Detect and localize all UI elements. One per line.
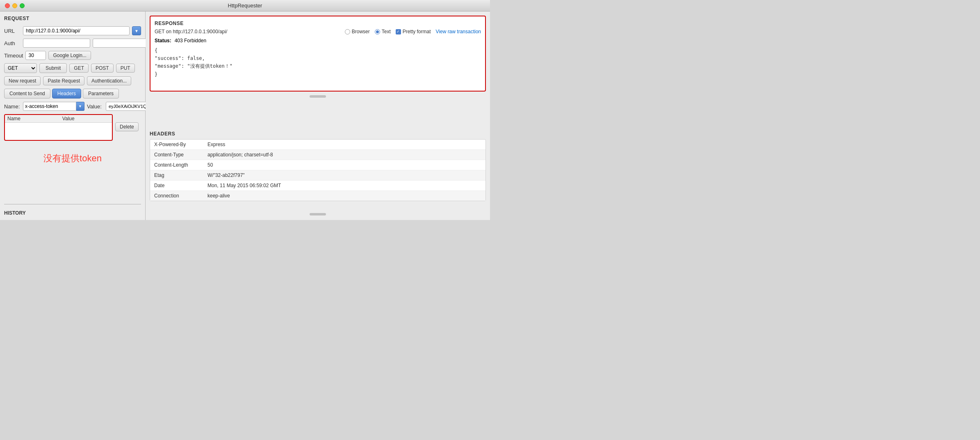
name-label: Name: — [4, 103, 21, 110]
response-headers-section: Headers X-Powered-ByExpressContent-Typea… — [150, 131, 486, 201]
json-line-1: { — [155, 47, 481, 55]
response-info-row: GET on http://127.0.0.1:9000/api/ Browse… — [155, 29, 481, 34]
submit-button[interactable]: Submit — [39, 63, 67, 73]
name-value-row: Name: ▼ Value: Add — [4, 102, 141, 111]
paste-request-button[interactable]: Paste Request — [43, 76, 84, 85]
timeout-row: Timeout Google Login... — [4, 51, 141, 60]
header-key: Date — [150, 181, 203, 190]
header-value: application/json; charset=utf-8 — [203, 150, 485, 160]
google-login-button[interactable]: Google Login... — [48, 51, 91, 60]
headers-table: Name Value — [5, 115, 112, 124]
traffic-lights — [5, 3, 25, 8]
response-box: Response GET on http://127.0.0.1:9000/ap… — [150, 16, 486, 92]
response-headers-title: Headers — [150, 131, 486, 137]
header-key: Etag — [150, 170, 203, 180]
radio-text-label[interactable]: Text — [375, 29, 391, 34]
method-select[interactable]: GET POST PUT DELETE — [4, 63, 37, 73]
header-value: Mon, 11 May 2015 06:59:02 GMT — [203, 181, 485, 190]
tabs-row: Content to Send Headers Parameters — [4, 89, 141, 99]
left-panel: Request URL ▼ Auth Timeout Google Login.… — [0, 11, 146, 220]
header-row: DateMon, 11 May 2015 06:59:02 GMT — [150, 181, 485, 191]
headers-col-value: Value — [60, 115, 112, 123]
actions-row: New request Paste Request Authentication… — [4, 76, 141, 85]
value-label: Value: — [87, 103, 103, 110]
method-row: GET POST PUT DELETE Submit GET POST PUT — [4, 63, 141, 73]
header-key: Content-Length — [150, 160, 203, 170]
header-key: X-Powered-By — [150, 140, 203, 149]
header-row: Content-Typeapplication/json; charset=ut… — [150, 150, 485, 160]
request-section-title: Request — [4, 16, 141, 21]
header-row: X-Powered-ByExpress — [150, 140, 485, 150]
status-label: Status: — [155, 38, 171, 44]
headers-table-section: Name Value Delete — [4, 114, 141, 141]
response-json: { "success": false, "message": "没有提供toke… — [155, 47, 481, 78]
header-row: EtagW/"32-ab22f797" — [150, 170, 485, 181]
header-key: Content-Type — [150, 150, 203, 160]
response-section-title: Response — [155, 21, 481, 26]
title-bar: HttpRequester — [0, 0, 490, 11]
json-line-4: } — [155, 71, 481, 78]
name-dropdown-button[interactable]: ▼ — [76, 102, 84, 111]
url-dropdown-button[interactable]: ▼ — [132, 26, 141, 35]
bottom-scrollbar-thumb — [310, 213, 326, 215]
quick-post-button[interactable]: POST — [91, 64, 114, 73]
history-title: History — [4, 209, 141, 216]
maximize-button[interactable] — [20, 3, 25, 8]
minimize-button[interactable] — [12, 3, 17, 8]
status-value: 403 Forbidden — [175, 38, 206, 44]
status-row: Status: 403 Forbidden — [155, 38, 481, 44]
checkbox-pretty-label[interactable]: ✓ Pretty format — [396, 29, 431, 34]
headers-table-container: Name Value — [4, 114, 113, 141]
url-row: URL ▼ — [4, 26, 141, 35]
auth-input-1[interactable] — [23, 39, 90, 48]
divider — [4, 204, 141, 204]
close-button[interactable] — [5, 3, 10, 8]
response-spacer — [150, 95, 486, 128]
response-headers-rows: X-Powered-ByExpressContent-Typeapplicati… — [150, 139, 486, 201]
response-controls: Browser Text ✓ Pretty format View raw tr… — [345, 29, 481, 34]
name-input[interactable] — [23, 102, 76, 111]
json-line-3: "message": "没有提供token！" — [155, 62, 481, 70]
json-line-2: "success": false, — [155, 55, 481, 62]
radio-browser[interactable] — [345, 29, 350, 34]
response-get-url: GET on http://127.0.0.1:9000/api/ — [155, 29, 227, 34]
response-scrollbar[interactable] — [150, 95, 486, 98]
url-label: URL — [4, 28, 21, 34]
headers-col-name: Name — [5, 115, 60, 123]
scrollbar-thumb — [310, 95, 326, 98]
checkbox-pretty[interactable]: ✓ — [396, 29, 401, 34]
authentication-button[interactable]: Authentication... — [87, 76, 131, 85]
quick-put-button[interactable]: PUT — [116, 64, 135, 73]
window-title: HttpRequester — [228, 2, 262, 9]
header-value: Express — [203, 140, 485, 149]
view-raw-link[interactable]: View raw transaction — [436, 29, 481, 34]
header-value: 50 — [203, 160, 485, 170]
tab-headers[interactable]: Headers — [52, 89, 81, 99]
delete-button[interactable]: Delete — [115, 122, 139, 131]
left-spacer — [4, 176, 141, 200]
table-row — [5, 123, 112, 125]
timeout-label: Timeout — [4, 53, 23, 59]
tab-content-to-send[interactable]: Content to Send — [4, 89, 50, 99]
header-value: keep-alive — [203, 191, 485, 201]
main-content: Request URL ▼ Auth Timeout Google Login.… — [0, 11, 490, 220]
header-value: W/"32-ab22f797" — [203, 170, 485, 180]
auth-label: Auth — [4, 40, 21, 46]
timeout-input[interactable] — [25, 51, 46, 60]
radio-browser-label[interactable]: Browser — [345, 29, 370, 34]
tab-parameters[interactable]: Parameters — [83, 89, 119, 99]
new-request-button[interactable]: New request — [4, 76, 41, 85]
name-select-container: ▼ — [23, 102, 84, 111]
error-message: 没有提供token — [4, 144, 141, 173]
right-panel: Response GET on http://127.0.0.1:9000/ap… — [146, 11, 490, 220]
auth-row: Auth — [4, 39, 141, 48]
header-row: Content-Length50 — [150, 160, 485, 170]
url-input[interactable] — [23, 26, 130, 35]
header-row: Connectionkeep-alive — [150, 191, 485, 201]
radio-text[interactable] — [375, 29, 380, 34]
bottom-scrollbar[interactable] — [150, 213, 486, 216]
quick-get-button[interactable]: GET — [69, 64, 89, 73]
header-key: Connection — [150, 191, 203, 201]
